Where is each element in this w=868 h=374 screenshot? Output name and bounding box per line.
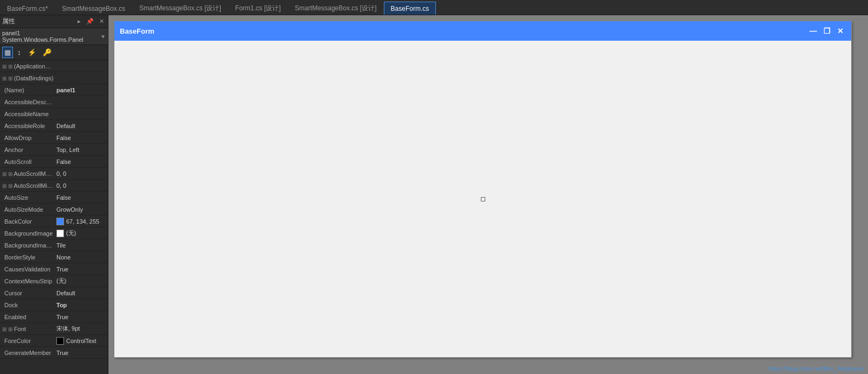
pin-icon[interactable]: 📌 (85, 17, 95, 26)
prop-name: AutoSizeMode (0, 206, 54, 213)
design-canvas: BaseForm — ❐ ✕ https://blog.csdn.net/Mrs… (108, 15, 868, 374)
tab-smartmessagebox-design2[interactable]: SmartMessageBox.cs [设计] (288, 2, 384, 15)
prop-name: BackColor (0, 218, 54, 225)
prop-value: (无) (54, 277, 108, 285)
prop-value: True (54, 266, 108, 272)
prop-value: True (54, 350, 108, 356)
close-form-button[interactable]: ✕ (835, 27, 846, 35)
form-title-bar: BaseForm — ❐ ✕ (114, 21, 851, 41)
prop-value: False (54, 194, 108, 201)
prop-name: AllowDrop (0, 135, 54, 141)
prop-name: BorderStyle (0, 254, 54, 261)
panel-header: 属性 ▸ 📌 ✕ (0, 15, 108, 28)
color-swatch (56, 230, 64, 237)
color-swatch (56, 337, 64, 345)
prop-row[interactable]: CursorDefault (0, 287, 108, 299)
prop-value: 宋体, 9pt (54, 325, 108, 333)
form-body (114, 41, 851, 357)
url-status: https://blog.csdn.net/Mrs_Stephanie (769, 365, 864, 372)
form-title: BaseForm (120, 27, 155, 35)
prop-row[interactable]: BackgroundImage (无) (0, 227, 108, 239)
prop-value: Top (54, 302, 108, 308)
category-view-button[interactable]: ▦ (2, 47, 13, 58)
prop-name: ⊞ (ApplicationSettings) (0, 63, 54, 69)
prop-row[interactable]: ⊞ AutoScrollMinSize0, 0 (0, 180, 108, 192)
panel-title: 属性 (2, 17, 15, 26)
prop-value: Top, Left (54, 147, 108, 153)
prop-name: BackgroundImage (0, 230, 54, 237)
prop-value: (无) (54, 229, 108, 237)
prop-name: ⊞ (DataBindings) (0, 75, 54, 81)
prop-value: Default (54, 290, 108, 296)
prop-row[interactable]: (Name)panel1 (0, 84, 108, 96)
prop-value: panel1 (54, 87, 108, 93)
prop-name: ⊞ AutoScrollMargin (0, 170, 54, 177)
prop-name: ContextMenuStrip (0, 278, 54, 284)
panel-controls: ▸ 📌 ✕ (76, 17, 106, 26)
prop-value: Tile (54, 242, 108, 249)
props-scroll[interactable]: ⊞ (ApplicationSettings)⊞ (DataBindings)(… (0, 60, 108, 374)
prop-row[interactable]: AutoSizeModeGrowOnly (0, 204, 108, 215)
prop-row[interactable]: ⊞ (DataBindings) (0, 72, 108, 84)
sort-button[interactable]: ↕ (15, 47, 23, 58)
prop-name: AutoSize (0, 194, 54, 201)
key-button[interactable]: 🔑 (41, 47, 54, 58)
prop-row[interactable]: ContextMenuStrip(无) (0, 275, 108, 287)
prop-row[interactable]: BackColor 67, 134, 255 (0, 215, 108, 227)
prop-row[interactable]: AutoScrollFalse (0, 156, 108, 168)
prop-row[interactable]: ⊞ (ApplicationSettings) (0, 60, 108, 72)
prop-name: GenerateMember (0, 350, 54, 356)
prop-name: Anchor (0, 147, 54, 153)
prop-row[interactable]: AutoSizeFalse (0, 192, 108, 204)
tab-baseform-cs[interactable]: BaseForm.cs (384, 2, 436, 15)
prop-row[interactable]: ⊞ Font宋体, 9pt (0, 323, 108, 335)
prop-row[interactable]: AnchorTop, Left (0, 144, 108, 156)
component-name: panel1 System.Windows.Forms.Panel (2, 30, 100, 43)
prop-value: 0, 0 (54, 182, 108, 189)
restore-button[interactable]: ❐ (821, 27, 833, 35)
prop-row[interactable]: ForeColor ControlText (0, 335, 108, 347)
pin-button[interactable]: ▸ (76, 17, 82, 26)
prop-name: ⊞ AutoScrollMinSize (0, 182, 54, 189)
prop-value: 67, 134, 255 (54, 218, 108, 225)
prop-value: False (54, 159, 108, 165)
prop-row[interactable]: CausesValidationTrue (0, 263, 108, 275)
prop-row[interactable]: AccessibleName (0, 108, 108, 120)
prop-value: None (54, 254, 108, 261)
prop-row[interactable]: BorderStyleNone (0, 251, 108, 263)
prop-name: AutoScroll (0, 159, 54, 165)
tab-form1-design[interactable]: Form1.cs [设计] (228, 2, 288, 15)
prop-name: ⊞ Font (0, 326, 54, 332)
prop-row[interactable]: BackgroundImageLaycTile (0, 239, 108, 251)
prop-value: ControlText (54, 337, 108, 345)
prop-name: Enabled (0, 314, 54, 320)
prop-name: Cursor (0, 290, 54, 296)
events-button[interactable]: ⚡ (25, 47, 38, 58)
prop-row[interactable]: AccessibleDescription (0, 96, 108, 108)
prop-value: GrowOnly (54, 206, 108, 213)
close-panel-button[interactable]: ✕ (98, 17, 106, 26)
form-window: BaseForm — ❐ ✕ (114, 21, 852, 358)
prop-name: BackgroundImageLayc (0, 242, 54, 249)
prop-row[interactable]: ⊞ AutoScrollMargin0, 0 (0, 168, 108, 180)
resize-handle[interactable] (481, 197, 485, 201)
prop-name: AccessibleName (0, 111, 54, 117)
minimize-button[interactable]: — (807, 27, 819, 35)
form-window-controls: — ❐ ✕ (807, 27, 846, 35)
prop-value: True (54, 314, 108, 320)
prop-row[interactable]: DockTop (0, 299, 108, 311)
prop-row[interactable]: AllowDropFalse (0, 132, 108, 144)
dropdown-arrow-icon[interactable]: ▼ (100, 34, 106, 40)
properties-panel: 属性 ▸ 📌 ✕ panel1 System.Windows.Forms.Pan… (0, 15, 108, 374)
prop-row[interactable]: GenerateMemberTrue (0, 347, 108, 359)
prop-name: ForeColor (0, 338, 54, 344)
props-area: ⊞ (ApplicationSettings)⊞ (DataBindings)(… (0, 60, 108, 374)
tab-baseform-cs-star[interactable]: BaseForm.cs* (0, 2, 55, 15)
prop-row[interactable]: EnabledTrue (0, 311, 108, 323)
tab-smartmessagebox-design[interactable]: SmartMessageBox.cs [设计] (132, 2, 228, 15)
props-toolbar: ▦ ↕ ⚡ 🔑 (0, 45, 108, 60)
component-selector[interactable]: panel1 System.Windows.Forms.Panel ▼ (0, 28, 108, 45)
prop-name: CausesValidation (0, 266, 54, 272)
tab-smartmessagebox-cs[interactable]: SmartMessageBox.cs (55, 2, 132, 15)
prop-row[interactable]: AccessibleRoleDefault (0, 120, 108, 132)
